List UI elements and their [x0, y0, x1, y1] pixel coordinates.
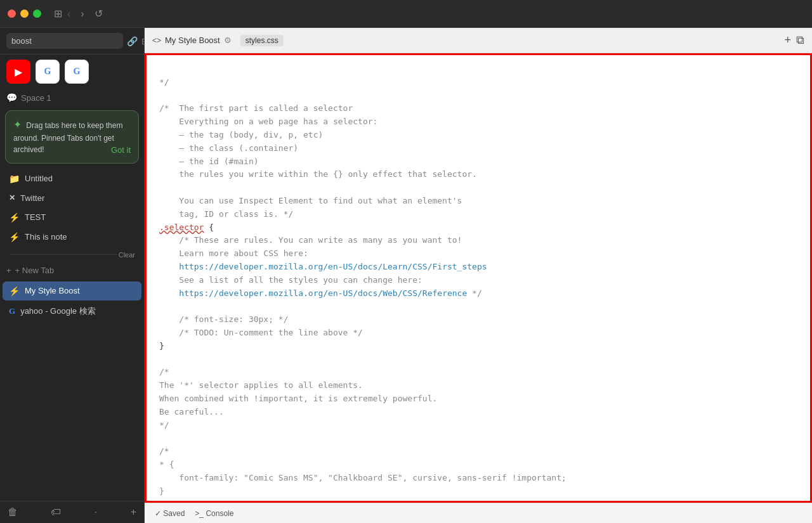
new-tab-label: + New Tab [15, 266, 55, 275]
pinned-tab-google1[interactable]: G [36, 60, 60, 84]
space-icon: 💬 [6, 93, 17, 103]
divider-line [10, 254, 116, 255]
google-icon-yahoo: G [9, 306, 15, 316]
tab-label-test: TEST [25, 212, 135, 222]
tab-label-untitled: Untitled [25, 174, 135, 183]
tab-label-my-style-boost: My Style Boost [25, 286, 135, 295]
tag-icon[interactable]: 🏷 [51, 507, 61, 518]
plus-icon: + [6, 266, 11, 275]
editor-title: My Style Boost [165, 36, 220, 45]
pinned-tabs: ▶ G G [0, 55, 144, 89]
content-area: <> My Style Boost ⚙ styles.css + ⧉ */ /*… [145, 28, 812, 523]
gear-icon[interactable]: ⚙ [224, 36, 232, 45]
sidebar-item-test[interactable]: ⚡ TEST [3, 208, 141, 227]
status-bar: ✓ Saved >_ Console [145, 503, 812, 523]
sidebar-item-twitter[interactable]: ✕ Twitter [3, 189, 141, 207]
folder-icon: 📁 [9, 174, 20, 184]
back-button[interactable]: ‹ [65, 7, 73, 21]
close-button[interactable] [8, 10, 16, 18]
tab-bar: <> My Style Boost ⚙ styles.css + ⧉ [145, 28, 812, 53]
pinned-tip-text: Drag tabs here to keep them around. Pinn… [13, 121, 122, 154]
saved-label: ✓ Saved [155, 509, 185, 518]
split-view-button[interactable]: ⧉ [796, 34, 804, 47]
sidebar-item-my-style-boost[interactable]: ⚡ My Style Boost [3, 281, 141, 300]
navigation-buttons: ‹ › ↺ [65, 6, 105, 21]
got-it-button[interactable]: Got it [111, 144, 131, 157]
lightning-icon-note: ⚡ [9, 232, 20, 242]
active-tab-list: ⚡ My Style Boost G yahoo - Google 検索 [0, 280, 144, 323]
tab-label-this-is-note: This is note [25, 232, 135, 242]
pinned-tab-google2[interactable]: G [65, 60, 89, 84]
status-saved: ✓ Saved [155, 509, 185, 518]
link-icon-button[interactable]: 🔗 [127, 36, 138, 46]
tab-bar-actions: + ⧉ [784, 34, 804, 47]
forward-button[interactable]: › [78, 7, 86, 21]
search-bar: 🔗 ⊞ [0, 28, 144, 55]
trash-icon[interactable]: 🗑 [8, 507, 18, 518]
minimize-button[interactable] [20, 10, 29, 18]
space-name: Space 1 [21, 93, 51, 103]
tab-list: 📁 Untitled ✕ Twitter ⚡ TEST ⚡ This is no… [0, 167, 144, 249]
search-input[interactable] [6, 33, 123, 49]
clear-button[interactable]: Clear [116, 251, 138, 259]
sidebar-item-this-is-note[interactable]: ⚡ This is note [3, 228, 141, 247]
x-icon: ✕ [9, 193, 15, 202]
new-tab-item[interactable]: + + New Tab [0, 261, 144, 280]
sidebar-toggle-button[interactable]: ⊞ [51, 6, 65, 21]
lightning-icon-boost: ⚡ [9, 286, 20, 296]
sidebar-footer: 🗑 🏷 · + [0, 501, 144, 523]
add-tab-button[interactable]: + [784, 34, 791, 47]
code-editor[interactable]: */ /* The first part is called a selecto… [145, 53, 812, 503]
fullscreen-button[interactable] [33, 10, 41, 18]
status-console[interactable]: >_ Console [195, 509, 233, 518]
main-layout: 🔗 ⊞ ▶ G G 💬 Space 1 ✦ Drag tabs here to … [0, 28, 812, 523]
titlebar: ⊞ ‹ › ↺ [0, 0, 812, 28]
tab-bar-title: <> My Style Boost ⚙ styles.css [152, 35, 284, 46]
traffic-lights [8, 10, 41, 18]
lightning-icon-test: ⚡ [9, 212, 20, 223]
pinned-tab-youtube[interactable]: ▶ [6, 60, 30, 84]
tip-icon: ✦ [13, 119, 22, 130]
tab-label-yahoo: yahoo - Google 検索 [20, 306, 135, 317]
pinned-tip-box: ✦ Drag tabs here to keep them around. Pi… [5, 110, 139, 164]
tab-label-twitter: Twitter [20, 193, 135, 203]
sidebar-item-untitled[interactable]: 📁 Untitled [3, 169, 141, 188]
reload-button[interactable]: ↺ [92, 6, 105, 21]
space-label[interactable]: 💬 Space 1 [0, 89, 144, 107]
sidebar: 🔗 ⊞ ▶ G G 💬 Space 1 ✦ Drag tabs here to … [0, 28, 145, 523]
sidebar-item-yahoo[interactable]: G yahoo - Google 検索 [3, 301, 141, 321]
code-brackets-icon: <> [152, 36, 161, 45]
dot-icon[interactable]: · [95, 507, 97, 518]
file-chip[interactable]: styles.css [240, 35, 284, 46]
code-content: */ /* The first part is called a selecto… [147, 63, 810, 503]
plus-footer-icon[interactable]: + [131, 507, 136, 518]
console-label: >_ Console [195, 509, 233, 518]
